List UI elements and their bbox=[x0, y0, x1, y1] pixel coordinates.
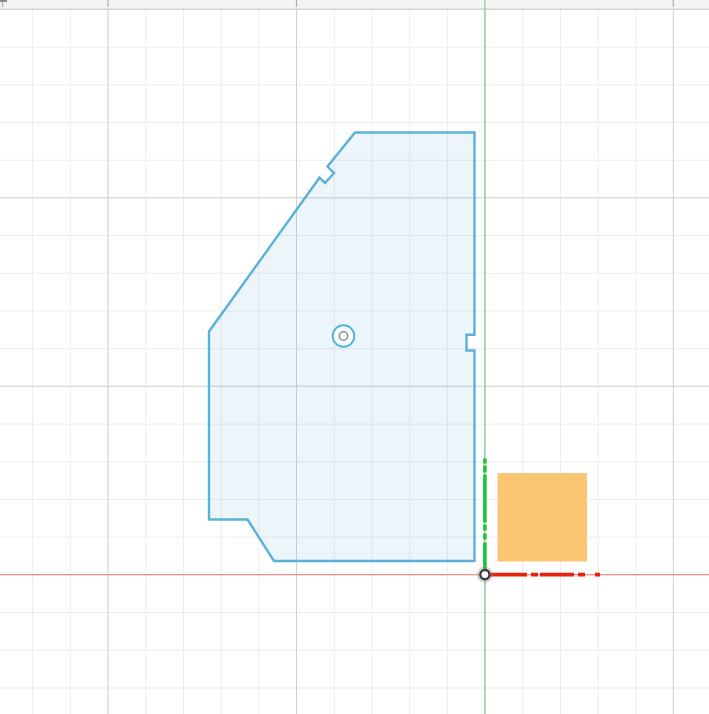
origin-point[interactable] bbox=[480, 570, 489, 579]
origin-marker[interactable] bbox=[477, 566, 493, 582]
profile-hole-circle[interactable] bbox=[333, 325, 355, 347]
ruler bbox=[0, 0, 709, 9]
sketch-canvas[interactable] bbox=[0, 0, 709, 714]
orange-rect[interactable] bbox=[498, 473, 588, 562]
ruler-strip bbox=[0, 0, 709, 8]
scene bbox=[0, 0, 709, 714]
